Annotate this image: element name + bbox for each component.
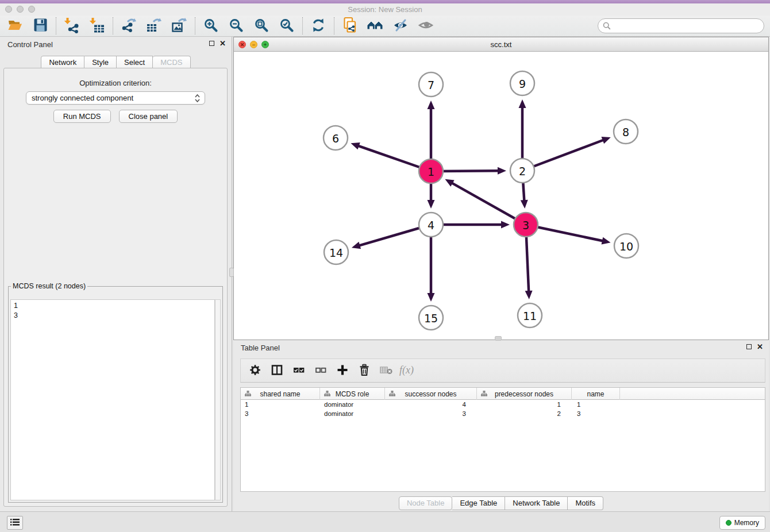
table-cell[interactable]: 4 <box>385 400 477 409</box>
column-header-MCDS-role[interactable]: MCDS role <box>320 388 385 400</box>
tab-edge-table[interactable]: Edge Table <box>452 496 505 510</box>
table-options-button[interactable] <box>245 361 265 380</box>
mcds-result-group: MCDS result (2 nodes) 1 3 <box>8 282 223 503</box>
column-header-label: successor nodes <box>405 390 456 398</box>
first-neighbors-button[interactable] <box>363 16 388 36</box>
column-header-name[interactable]: name <box>572 388 620 400</box>
memory-label: Memory <box>734 519 759 527</box>
memory-button[interactable]: Memory <box>719 516 765 530</box>
table-cell[interactable]: 1 <box>241 400 320 409</box>
tab-node-table[interactable]: Node Table <box>399 496 453 510</box>
vertical-splitter-handle[interactable] <box>229 268 234 277</box>
zoom-in-button[interactable] <box>198 16 224 36</box>
open-file-button[interactable] <box>2 16 28 36</box>
search-box <box>598 18 764 33</box>
app-title: Session: New Session <box>0 3 770 16</box>
graph-edge-arrowhead <box>521 200 528 209</box>
table-row[interactable]: 1dominator411 <box>241 400 765 409</box>
copy-network-icon <box>342 17 358 36</box>
apply-function-button[interactable]: f(x) <box>398 361 418 380</box>
export-image-button[interactable] <box>167 16 192 36</box>
table-body: 1dominator4113dominator323 <box>241 400 765 418</box>
refresh-icon <box>311 18 326 34</box>
copy-network-button[interactable] <box>337 16 363 36</box>
delete-table-icon <box>379 364 393 378</box>
tab-motifs[interactable]: Motifs <box>568 496 603 510</box>
zoom-network-button[interactable]: + <box>261 41 269 48</box>
task-history-button[interactable] <box>7 516 23 530</box>
show-columns-button[interactable] <box>267 361 287 380</box>
zoom-fit-button[interactable] <box>249 16 274 36</box>
table-cell[interactable]: dominator <box>320 400 385 409</box>
export-table-icon <box>146 17 162 35</box>
table-header-row: shared nameMCDS rolesuccessor nodesprede… <box>241 388 765 400</box>
minimize-network-button[interactable]: − <box>250 41 257 48</box>
minimize-window-button[interactable] <box>17 6 24 13</box>
import-network-button[interactable] <box>59 16 84 36</box>
float-table-panel-icon[interactable] <box>746 344 752 349</box>
add-row-button[interactable] <box>333 361 352 380</box>
run-mcds-button[interactable]: Run MCDS <box>53 110 111 123</box>
close-window-button[interactable] <box>5 6 12 13</box>
table-cell[interactable]: 3 <box>385 409 477 418</box>
tab-network-table[interactable]: Network Table <box>505 496 568 510</box>
delete-row-button[interactable] <box>355 361 374 380</box>
zoom-selected-button[interactable] <box>274 16 299 36</box>
graph-node-label-14: 14 <box>329 246 343 259</box>
result-scrollbar[interactable] <box>215 299 221 500</box>
close-table-panel-icon[interactable]: ✕ <box>757 344 763 350</box>
refresh-view-button[interactable] <box>306 16 331 36</box>
close-network-button[interactable]: ✕ <box>238 41 246 48</box>
export-network-button[interactable] <box>116 16 141 36</box>
column-header-successor-nodes[interactable]: successor nodes <box>385 388 477 400</box>
table-cell[interactable]: 1 <box>572 400 620 409</box>
search-input[interactable] <box>598 18 764 33</box>
select-all-button[interactable] <box>289 361 309 380</box>
table-panel: Table Panel ✕ <box>233 340 769 511</box>
graph-edge-arrowhead <box>601 137 610 144</box>
table-panel-title: Table Panel <box>241 344 280 352</box>
import-table-button[interactable] <box>84 16 110 36</box>
graph-edge-arrowhead <box>519 99 526 108</box>
column-header-label: predecessor nodes <box>495 390 553 398</box>
deselect-all-icon <box>314 364 327 378</box>
save-session-button[interactable] <box>28 16 53 36</box>
select-stepper-icon <box>194 93 201 105</box>
close-panel-button[interactable]: Close panel <box>119 110 178 123</box>
zoom-out-button[interactable] <box>224 16 249 36</box>
toolbar-separator <box>56 17 56 34</box>
hide-selected-button[interactable] <box>388 16 413 36</box>
show-all-button[interactable] <box>413 16 438 36</box>
graph-node-label-11: 11 <box>523 310 537 322</box>
import-table-icon <box>89 17 105 35</box>
criterion-select[interactable]: strongly connected component <box>26 91 205 105</box>
table-row[interactable]: 3dominator323 <box>241 409 765 418</box>
export-table-button[interactable] <box>141 16 167 36</box>
horizontal-splitter-handle[interactable] <box>495 336 502 341</box>
delete-table-button[interactable] <box>376 361 396 380</box>
graph-node-label-9: 9 <box>519 78 526 90</box>
float-panel-icon[interactable] <box>209 41 214 46</box>
control-panel: Control Panel ✕ NetworkStyleSelectMCDS O… <box>0 37 232 511</box>
maximize-window-button[interactable] <box>28 6 35 13</box>
table-cell[interactable]: 3 <box>241 409 320 418</box>
column-header-shared-name[interactable]: shared name <box>241 388 320 400</box>
mcds-result-text[interactable]: 1 3 <box>10 299 215 500</box>
network-canvas[interactable]: 7968124314101511 <box>234 52 768 340</box>
graph-edge-3-1[interactable] <box>452 183 526 225</box>
svg-text:f(x): f(x) <box>399 364 414 376</box>
table-cell[interactable]: 2 <box>477 409 572 418</box>
table-cell[interactable]: 3 <box>572 409 620 418</box>
column-sort-icon <box>324 391 330 397</box>
column-sort-icon <box>481 391 487 397</box>
toolbar-separator <box>113 17 113 34</box>
deselect-all-button[interactable] <box>311 361 330 380</box>
graph-edge-2-8[interactable] <box>522 140 604 171</box>
table-cell[interactable]: dominator <box>320 409 385 418</box>
table-cell[interactable]: 1 <box>477 400 572 409</box>
network-view-window: ✕ − + scc.txt 7968124314101511 <box>233 37 769 340</box>
node-table: shared nameMCDS rolesuccessor nodesprede… <box>240 387 765 492</box>
column-header-predecessor-nodes[interactable]: predecessor nodes <box>477 388 572 400</box>
close-panel-icon[interactable]: ✕ <box>220 40 226 47</box>
trash-icon <box>358 364 371 378</box>
